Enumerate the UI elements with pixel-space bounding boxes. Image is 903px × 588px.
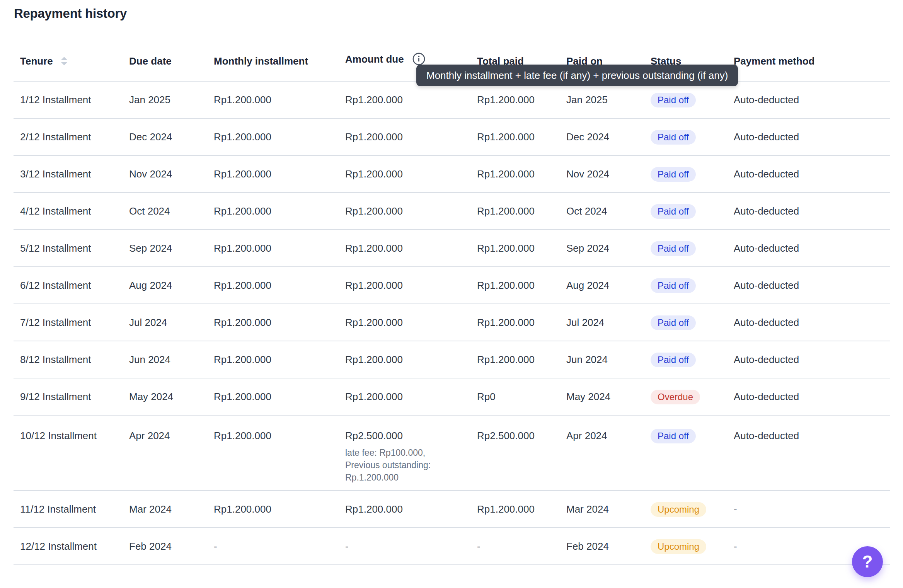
amount-due-value: Rp1.200.000 [345,278,477,293]
cell-due-date: Jan 2025 [129,81,214,118]
cell-tenure: 12/12 Installment [14,528,129,565]
cell-payment-method: Auto-deducted [734,341,890,378]
cell-status: Paid off [651,193,734,230]
column-header-due-date: Due date [129,21,214,81]
cell-amount-due: Rp1.200.000 [345,304,477,341]
status-badge: Paid off [651,278,696,293]
status-badge: Paid off [651,315,696,330]
cell-due-date: Jul 2024 [129,304,214,341]
cell-paid-on: Nov 2024 [566,155,651,193]
amount-due-value: Rp1.200.000 [345,315,477,330]
cell-payment-method: Auto-deducted [734,193,890,230]
cell-paid-on: Sep 2024 [566,230,651,267]
cell-paid-on: Oct 2024 [566,193,651,230]
cell-total-paid: Rp1.200.000 [477,304,566,341]
cell-paid-on: Mar 2024 [566,491,651,528]
cell-status: Upcoming [651,528,734,565]
cell-paid-on: May 2024 [566,378,651,415]
cell-status: Paid off [651,341,734,378]
cell-payment-method: Auto-deducted [734,230,890,267]
table-row: 11/12 InstallmentMar 2024Rp1.200.000Rp1.… [14,491,890,528]
cell-status: Paid off [651,415,734,491]
cell-total-paid: Rp1.200.000 [477,267,566,304]
amount-due-value: Rp1.200.000 [345,502,477,516]
status-badge: Overdue [651,390,700,404]
amount-due-value: Rp2.500.000 [345,428,477,443]
cell-amount-due: Rp1.200.000 [345,378,477,415]
cell-payment-method: Auto-deducted [734,415,890,491]
cell-status: Paid off [651,155,734,193]
repayment-history-page: Repayment history Tenure Due date Mo [0,0,903,588]
cell-status: Paid off [651,230,734,267]
column-header-amount-due-label: Amount due [345,54,404,64]
cell-tenure: 1/12 Installment [14,81,129,118]
sort-icon[interactable] [61,57,68,65]
column-header-monthly-installment: Monthly installment [214,21,345,81]
cell-status: Upcoming [651,491,734,528]
cell-tenure: 11/12 Installment [14,491,129,528]
cell-tenure: 8/12 Installment [14,341,129,378]
status-badge: Paid off [651,167,696,182]
cell-amount-due: Rp1.200.000 [345,118,477,155]
cell-total-paid: Rp1.200.000 [477,118,566,155]
cell-tenure: 5/12 Installment [14,230,129,267]
cell-amount-due: Rp1.200.000 [345,193,477,230]
table-row: 10/12 InstallmentApr 2024Rp1.200.000Rp2.… [14,415,890,491]
cell-paid-on: Feb 2024 [566,528,651,565]
cell-due-date: Jun 2024 [129,341,214,378]
table-row: 5/12 InstallmentSep 2024Rp1.200.000Rp1.2… [14,230,890,267]
cell-tenure: 4/12 Installment [14,193,129,230]
cell-tenure: 6/12 Installment [14,267,129,304]
page-title: Repayment history [14,5,890,21]
cell-tenure: 7/12 Installment [14,304,129,341]
column-header-tenure-label: Tenure [20,56,53,66]
help-button[interactable]: ? [852,546,883,577]
table-row: 2/12 InstallmentDec 2024Rp1.200.000Rp1.2… [14,118,890,155]
cell-monthly-installment: Rp1.200.000 [214,267,345,304]
cell-monthly-installment: Rp1.200.000 [214,491,345,528]
cell-monthly-installment: Rp1.200.000 [214,415,345,491]
cell-total-paid: Rp1.200.000 [477,193,566,230]
cell-monthly-installment: - [214,528,345,565]
status-badge: Paid off [651,93,696,107]
sort-ascending-icon [61,57,68,60]
cell-tenure: 2/12 Installment [14,118,129,155]
amount-due-value: - [345,539,477,554]
cell-total-paid: Rp1.200.000 [477,155,566,193]
table-row: 6/12 InstallmentAug 2024Rp1.200.000Rp1.2… [14,267,890,304]
table-row: 12/12 InstallmentFeb 2024---Feb 2024Upco… [14,528,890,565]
amount-due-value: Rp1.200.000 [345,167,477,181]
cell-amount-due: - [345,528,477,565]
cell-amount-due: Rp1.200.000 [345,155,477,193]
status-badge: Upcoming [651,539,706,554]
table-row: 3/12 InstallmentNov 2024Rp1.200.000Rp1.2… [14,155,890,193]
cell-total-paid: Rp1.200.000 [477,230,566,267]
cell-amount-due: Rp1.200.000 [345,267,477,304]
cell-paid-on: Jan 2025 [566,81,651,118]
column-header-tenure: Tenure [14,21,129,81]
cell-payment-method: - [734,491,890,528]
cell-total-paid: Rp1.200.000 [477,341,566,378]
status-badge: Paid off [651,353,696,367]
cell-payment-method: Auto-deducted [734,155,890,193]
cell-total-paid: Rp0 [477,378,566,415]
cell-amount-due: Rp2.500.000late fee: Rp100.000, Previous… [345,415,477,491]
cell-paid-on: Dec 2024 [566,118,651,155]
cell-paid-on: Aug 2024 [566,267,651,304]
status-badge: Paid off [651,204,696,219]
table-row: 9/12 InstallmentMay 2024Rp1.200.000Rp1.2… [14,378,890,415]
cell-payment-method: Auto-deducted [734,304,890,341]
status-badge: Paid off [651,429,696,443]
amount-due-value: Rp1.200.000 [345,389,477,404]
amount-due-value: Rp1.200.000 [345,204,477,218]
cell-tenure: 10/12 Installment [14,415,129,491]
amount-due-value: Rp1.200.000 [345,92,477,107]
cell-total-paid: Rp1.200.000 [477,81,566,118]
cell-status: Paid off [651,118,734,155]
cell-due-date: Mar 2024 [129,491,214,528]
table-row: 8/12 InstallmentJun 2024Rp1.200.000Rp1.2… [14,341,890,378]
cell-paid-on: Apr 2024 [566,415,651,491]
amount-due-tooltip: Monthly installment + late fee (if any) … [416,65,738,86]
status-badge: Paid off [651,241,696,256]
cell-paid-on: Jul 2024 [566,304,651,341]
